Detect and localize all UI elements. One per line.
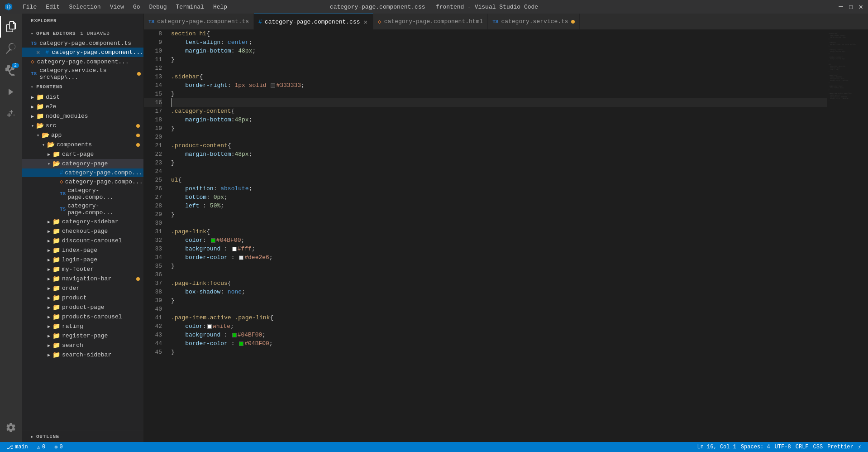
collapse-icon: ▶ — [45, 229, 52, 234]
tree-category-ts2[interactable]: ▶ TS category-page.compo... — [22, 202, 143, 217]
status-spaces[interactable]: Spaces: 4 — [739, 444, 773, 451]
language-label: CSS — [813, 444, 823, 450]
menu-help[interactable]: Help — [209, 2, 232, 12]
minimap[interactable]: section h1{ text-align: center; margin-b… — [827, 29, 868, 442]
tree-order[interactable]: ▶ 📁 order — [22, 284, 143, 293]
code-line-26: position: absolute; — [171, 184, 827, 193]
open-editors-title[interactable]: ▾ OPEN EDITORS 1 UNSAVED — [22, 28, 143, 39]
status-notification[interactable]: ⚡ — [856, 444, 863, 451]
close-icon[interactable]: ✕ — [34, 48, 42, 56]
code-line-37: .page-link:focus{ — [171, 279, 827, 288]
tree-category-css[interactable]: ▶ # category-page.compo... — [22, 168, 143, 177]
titlebar: ❮❯ File Edit Selection View Go Debug Ter… — [0, 0, 868, 14]
activity-search-icon[interactable] — [0, 38, 22, 59]
menu-go[interactable]: Go — [129, 2, 145, 12]
window-controls[interactable]: ─ ☐ ✕ — [838, 4, 863, 10]
open-editors-section: ▾ OPEN EDITORS 1 UNSAVED TS category-pag… — [22, 28, 143, 82]
tree-checkout-page[interactable]: ▶ 📁 checkout-page — [22, 226, 143, 236]
collapse-icon: ▶ — [45, 324, 52, 329]
titlebar-left: ❮❯ File Edit Selection View Go Debug Ter… — [5, 2, 232, 12]
activity-explorer-icon[interactable] — [0, 16, 22, 38]
status-cursor-pos[interactable]: Ln 16, Col 1 — [695, 444, 738, 451]
tree-index-page[interactable]: ▶ 📁 index-page — [22, 245, 143, 255]
error-icon: ⚠ — [37, 444, 40, 451]
folder-icon: 📁 — [52, 227, 60, 235]
code-line-29: } — [171, 210, 827, 219]
activity-extensions-icon[interactable] — [0, 103, 22, 125]
status-errors[interactable]: ⚠ 0 — [35, 444, 48, 451]
ts-file-icon: TS — [60, 191, 66, 197]
menu-terminal[interactable]: Terminal — [172, 2, 209, 12]
minimize-button[interactable]: ─ — [838, 4, 844, 10]
tab-css[interactable]: # category-page.component.css ✕ — [254, 14, 373, 29]
tree-rating[interactable]: ▶ 📁 rating — [22, 322, 143, 331]
folder-icon: 📁 — [36, 112, 44, 120]
tab-service-label: category.service.ts — [501, 18, 568, 25]
titlebar-menu[interactable]: File Edit Selection View Go Debug Termin… — [18, 2, 232, 12]
tree-dist[interactable]: ▶ 📁 dist — [22, 92, 143, 102]
folder-icon: 📁 — [52, 150, 60, 158]
status-branch[interactable]: ⎇ main — [5, 444, 30, 451]
status-encoding[interactable]: UTF-8 — [773, 444, 793, 451]
tab-html[interactable]: ◇ category-page.component.html — [373, 14, 488, 29]
tab-modified-dot — [571, 20, 575, 24]
outline-title[interactable]: ▶ OUTLINE — [22, 431, 143, 442]
status-eol[interactable]: CRLF — [793, 444, 811, 451]
tree-discount-carousel[interactable]: ▶ 📁 discount-carousel — [22, 236, 143, 245]
spaces-label: Spaces: 4 — [741, 444, 770, 450]
tree-category-ts1[interactable]: ▶ TS category-page.compo... — [22, 186, 143, 202]
code-line-35: } — [171, 262, 827, 270]
code-line-33: background : #fff; — [171, 245, 827, 253]
code-line-12 — [171, 64, 827, 72]
frontend-folder-title[interactable]: ▾ FRONTEND — [22, 82, 143, 92]
tree-product[interactable]: ▶ 📁 product — [22, 293, 143, 303]
open-editor-item-service[interactable]: TS category.service.ts src\app\... — [22, 66, 143, 82]
tree-login-page[interactable]: ▶ 📁 login-page — [22, 255, 143, 264]
tree-register-page[interactable]: ▶ 📁 register-page — [22, 331, 143, 341]
activity-source-control-icon[interactable]: 2 — [0, 59, 22, 81]
status-warnings[interactable]: ⊗ 0 — [52, 444, 65, 451]
folder-icon: 📁 — [52, 294, 60, 302]
code-line-34: border-color : #dee2e6; — [171, 253, 827, 262]
collapse-icon: ▶ — [45, 238, 52, 244]
tree-category-html[interactable]: ▶ ◇ category-page.compo... — [22, 177, 143, 186]
tree-navigation-bar[interactable]: ▶ 📁 navigation-bar — [22, 274, 143, 284]
close-button[interactable]: ✕ — [858, 4, 863, 10]
tab-service[interactable]: TS category.service.ts — [488, 14, 579, 29]
folder-icon: 📁 — [36, 103, 44, 111]
menu-file[interactable]: File — [18, 2, 41, 12]
tree-node-modules[interactable]: ▶ 📁 node_modules — [22, 111, 143, 121]
outline-section: ▶ OUTLINE — [22, 431, 143, 442]
tree-category-sidebar[interactable]: ▶ 📁 category-sidebar — [22, 217, 143, 226]
menu-debug[interactable]: Debug — [144, 2, 171, 12]
tree-cart-page[interactable]: ▶ 📁 cart-page — [22, 149, 143, 159]
tree-category-page[interactable]: ▾ 📂 category-page — [22, 159, 143, 168]
tree-src[interactable]: ▾ 📂 src — [22, 121, 143, 130]
maximize-button[interactable]: ☐ — [848, 4, 854, 10]
menu-view[interactable]: View — [105, 2, 129, 12]
code-line-8: section h1{ — [171, 29, 827, 38]
open-editor-item-ts[interactable]: TS category-page.component.ts — [22, 39, 143, 48]
open-editor-item-css[interactable]: ✕ # category-page.component... — [22, 48, 143, 57]
activity-settings-icon[interactable] — [0, 417, 22, 438]
warning-icon: ⊗ — [54, 444, 57, 451]
tree-components[interactable]: ▾ 📂 components — [22, 140, 143, 149]
status-formatter[interactable]: Prettier — [825, 444, 856, 451]
code-editor[interactable]: section h1{ text-align: center; margin-b… — [167, 29, 827, 442]
tab-ts[interactable]: TS category-page.component.ts — [144, 14, 254, 29]
code-line-23: } — [171, 159, 827, 167]
tree-search[interactable]: ▶ 📁 search — [22, 341, 143, 350]
status-language[interactable]: CSS — [811, 444, 825, 451]
tree-my-footer[interactable]: ▶ 📁 my-footer — [22, 264, 143, 274]
tree-app[interactable]: ▾ 📂 app — [22, 130, 143, 140]
tree-search-sidebar[interactable]: ▶ 📁 search-sidebar — [22, 350, 143, 360]
menu-edit[interactable]: Edit — [41, 2, 64, 12]
open-editor-item-html[interactable]: ◇ category-page.component... — [22, 57, 143, 66]
menu-selection[interactable]: Selection — [64, 2, 105, 12]
tree-e2e[interactable]: ▶ 📁 e2e — [22, 102, 143, 111]
tab-close-icon[interactable]: ✕ — [363, 18, 368, 26]
tree-product-page[interactable]: ▶ 📁 product-page — [22, 303, 143, 312]
tree-products-carousel[interactable]: ▶ 📁 products-carousel — [22, 312, 143, 322]
file-tree: ▾ FRONTEND ▶ 📁 dist ▶ 📁 e2e ▶ 📁 node_mod… — [22, 82, 143, 431]
activity-run-icon[interactable] — [0, 81, 22, 103]
